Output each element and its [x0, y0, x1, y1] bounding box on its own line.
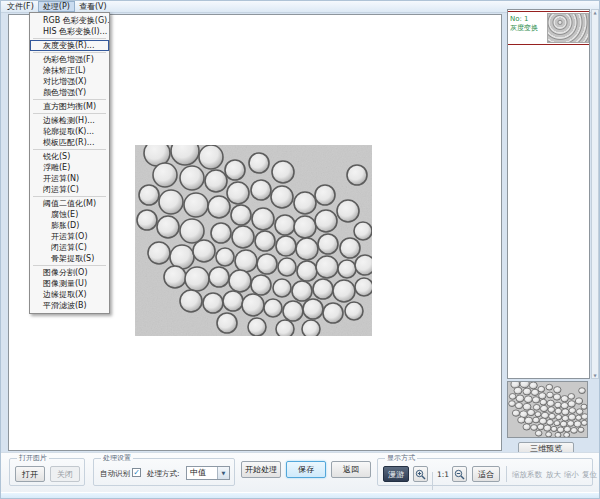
- menu-item[interactable]: 轮廓提取(K)...: [30, 126, 109, 137]
- menu-view[interactable]: 查看(V): [75, 2, 111, 12]
- magnifier-minus-icon: [454, 469, 465, 480]
- status-bar: [1, 492, 600, 499]
- display-mode-group: 显示方式 漫游 1:1 适合 缩放系数: [377, 455, 593, 486]
- method-value: 中值: [190, 468, 206, 477]
- menu-item[interactable]: 图像分割(O): [30, 267, 109, 278]
- menu-item[interactable]: 边缘检测(H)...: [30, 115, 109, 126]
- menu-item[interactable]: 开运算(O): [30, 231, 109, 242]
- menu-separator: [33, 99, 106, 100]
- menu-item[interactable]: 平滑滤波(B): [30, 300, 109, 311]
- particle-image: [135, 145, 372, 336]
- process-dropdown-menu: RGB 色彩变换(G)...HIS 色彩变换(I)...灰度变换(R)...伪彩…: [29, 12, 110, 314]
- result-index-label: No: 1: [510, 15, 546, 24]
- combo-dropdown-icon[interactable]: ▼: [217, 467, 229, 479]
- zoom-in-label: 放大: [546, 470, 561, 480]
- menu-item[interactable]: RGB 色彩变换(G)...: [30, 15, 109, 26]
- start-process-button[interactable]: 开始处理: [241, 461, 281, 478]
- menu-item[interactable]: 腐蚀(E): [30, 209, 109, 220]
- process-settings-group: 处理设置 自动识别 ✓ 处理方式: 中值 ▼: [93, 455, 235, 486]
- menu-item[interactable]: 骨架提取(S): [30, 253, 109, 264]
- result-list-scrollbar[interactable]: ▲ ▼: [591, 9, 599, 379]
- menu-item[interactable]: 颜色增强(Y): [30, 87, 109, 98]
- menu-item[interactable]: 直方图均衡(M): [30, 101, 109, 112]
- menu-item[interactable]: 边缘提取(X): [30, 289, 109, 300]
- menu-separator: [33, 113, 106, 114]
- magnifier-plus-icon: [415, 469, 426, 480]
- save-button[interactable]: 保存: [286, 461, 326, 478]
- menu-separator: [33, 196, 106, 197]
- reset-label: 复位: [582, 470, 597, 480]
- scale-factor-label: 缩放系数: [512, 470, 542, 480]
- bottom-toolbar: 打开图片 打开 关闭 处理设置 自动识别 ✓ 处理方式: 中值 ▼ 开始处理 保…: [1, 452, 600, 493]
- method-label: 处理方式:: [147, 469, 180, 479]
- menu-item[interactable]: 浮雕(E): [30, 162, 109, 173]
- result-thumbnail: [547, 13, 589, 43]
- roam-button[interactable]: 漫游: [383, 466, 409, 482]
- result-list-item[interactable]: No: 1 灰度变换: [508, 11, 589, 45]
- menu-separator: [33, 52, 106, 53]
- preview-panel: [507, 381, 588, 438]
- method-combobox[interactable]: 中值 ▼: [186, 466, 230, 480]
- menu-separator: [33, 38, 106, 39]
- menu-separator: [33, 265, 106, 266]
- fit-view-button[interactable]: 适合: [472, 466, 500, 482]
- auto-detect-checkbox[interactable]: ✓: [132, 468, 141, 477]
- menu-item[interactable]: HIS 色彩变换(I)...: [30, 26, 109, 37]
- menu-item[interactable]: 闭运算(C): [30, 242, 109, 253]
- zoom-out-button[interactable]: [452, 466, 467, 482]
- result-item-labels: No: 1 灰度变换: [508, 12, 547, 44]
- result-name-label: 灰度变换: [510, 24, 546, 33]
- app-window: 文件(F) 处理(P) 查看(V) RGB 色彩变换(G)...HIS 色彩变换…: [0, 0, 600, 499]
- scroll-down-icon[interactable]: ▼: [592, 373, 598, 378]
- result-list[interactable]: No: 1 灰度变换: [507, 9, 590, 379]
- auto-detect-label: 自动识别: [100, 469, 130, 479]
- process-group-label: 处理设置: [101, 455, 133, 462]
- open-image-group: 打开图片 打开 关闭: [9, 455, 85, 486]
- menu-item[interactable]: 锐化(S): [30, 151, 109, 162]
- close-image-button[interactable]: 关闭: [50, 466, 80, 482]
- display-group-label: 显示方式: [385, 455, 417, 462]
- menu-item[interactable]: 阈值二值化(M): [30, 198, 109, 209]
- menu-item[interactable]: 灰度变换(R)...: [30, 40, 109, 51]
- menu-item[interactable]: 模板匹配(R)...: [30, 137, 109, 148]
- menu-file[interactable]: 文件(F): [3, 2, 38, 12]
- menu-item[interactable]: 涂抹矫正(L): [30, 65, 109, 76]
- menu-item[interactable]: 闭运算(C): [30, 184, 109, 195]
- menu-item[interactable]: 膨胀(D): [30, 220, 109, 231]
- menu-item[interactable]: 图像测量(U): [30, 278, 109, 289]
- menu-item[interactable]: 对比增强(X): [30, 76, 109, 87]
- back-button[interactable]: 返回: [331, 461, 371, 478]
- preview-thumbnail-image: [508, 382, 587, 437]
- scroll-up-icon[interactable]: ▲: [592, 10, 598, 15]
- open-image-button[interactable]: 打开: [15, 466, 45, 482]
- menu-separator: [33, 149, 106, 150]
- actual-size-button[interactable]: 1:1: [437, 470, 449, 479]
- menu-item[interactable]: 伪彩色增强(F): [30, 54, 109, 65]
- open-group-label: 打开图片: [17, 455, 49, 462]
- zoom-in-button[interactable]: [413, 466, 428, 482]
- menu-process[interactable]: 处理(P): [38, 1, 75, 12]
- zoom-out-label: 缩小: [564, 470, 579, 480]
- menu-item[interactable]: 开运算(N): [30, 173, 109, 184]
